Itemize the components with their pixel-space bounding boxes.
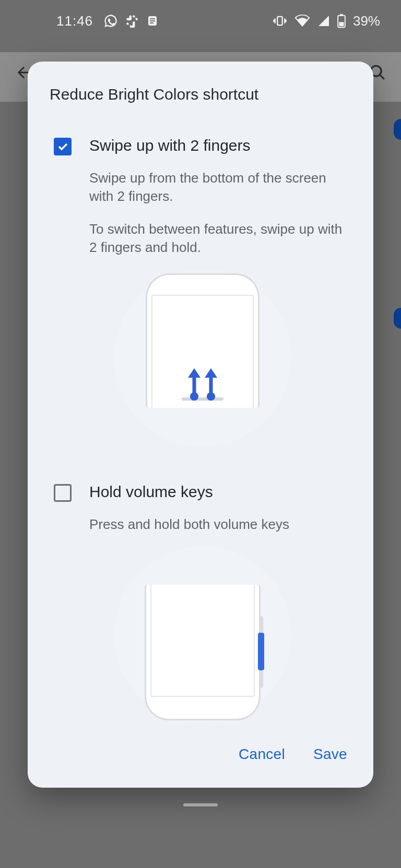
option-desc: Swipe up from the bottom of the screen w… [89,169,351,206]
battery-percent: 39% [353,13,380,29]
status-right: 39% [273,13,380,29]
checkbox-swipe-up[interactable] [54,138,72,155]
signal-icon [317,15,330,27]
status-left: 11:46 [56,13,159,29]
svg-rect-2 [150,20,155,21]
dialog-body: Swipe up with 2 fingers Swipe up from th… [28,114,373,730]
option-desc: To switch between features, swipe up wit… [89,220,351,257]
slack-icon [125,14,139,28]
document-icon [146,15,159,27]
dialog-actions: Cancel Save [28,730,373,788]
option-desc: Press and hold both volume keys [89,515,351,534]
home-indicator [183,803,218,806]
svg-rect-3 [150,22,154,23]
svg-rect-6 [340,14,343,16]
volume-key-icon [258,633,264,670]
background-toggle [394,119,401,140]
option-title: Hold volume keys [89,483,351,501]
svg-rect-7 [339,22,344,26]
vibrate-icon [273,14,287,28]
option-title: Swipe up with 2 fingers [89,137,351,154]
checkbox-volume-keys[interactable] [54,484,72,502]
shortcut-dialog: Reduce Bright Colors shortcut Swipe up w… [28,62,373,788]
illustration-volume [54,534,351,729]
battery-icon [337,14,346,28]
status-bar: 11:46 39% [0,0,401,42]
option-swipe-up[interactable]: Swipe up with 2 fingers Swipe up from th… [28,114,373,452]
svg-rect-1 [150,18,155,19]
status-time: 11:46 [56,13,93,29]
dialog-title: Reduce Bright Colors shortcut [28,86,373,114]
cancel-button[interactable]: Cancel [239,746,285,763]
wifi-icon [294,15,310,27]
svg-rect-4 [277,17,282,25]
whatsapp-icon [103,14,118,28]
illustration-swipe [54,257,351,452]
swipe-arrows-icon [188,368,217,401]
background-toggle [394,308,401,329]
save-button[interactable]: Save [313,746,347,763]
option-volume-keys[interactable]: Hold volume keys Press and hold both vol… [28,452,373,729]
